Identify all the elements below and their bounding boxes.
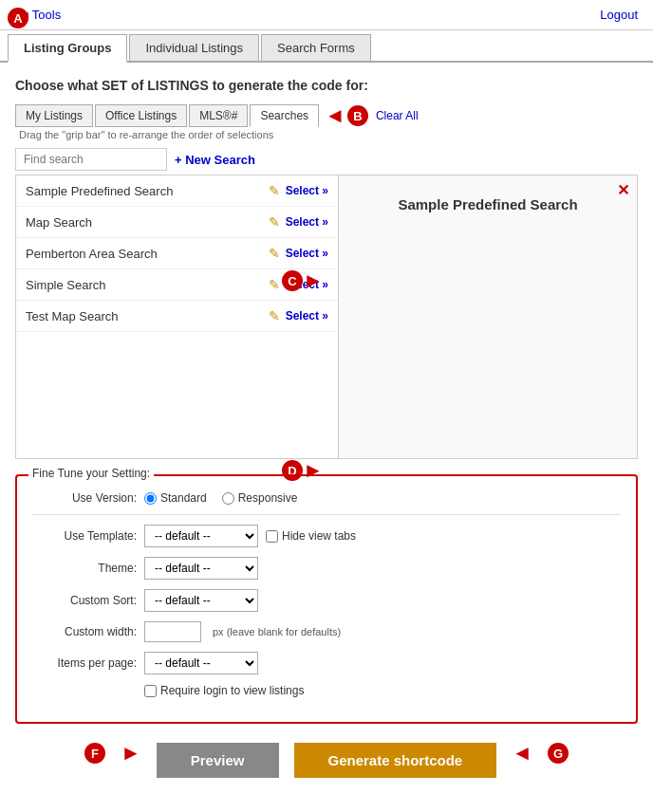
custom-width-label: Custom width:	[32, 625, 137, 638]
list-item: Sample Predefined Search ✎ Select »	[16, 175, 338, 207]
annotation-b-badge: B	[347, 105, 368, 126]
custom-sort-select[interactable]: -- default --	[144, 589, 258, 612]
use-version-row: Use Version: Standard Responsive	[32, 491, 621, 505]
radio-responsive-label: Responsive	[238, 491, 298, 505]
custom-sort-label: Custom Sort:	[32, 594, 137, 607]
version-radio-group: Standard Responsive	[144, 491, 297, 505]
annotation-f-badge: F	[84, 743, 105, 764]
annotation-g-arrow: ◄	[512, 743, 532, 778]
radio-responsive-input[interactable]	[222, 492, 234, 505]
main-content: Choose what SET of LISTINGS to generate …	[0, 63, 653, 793]
tab-listing-groups[interactable]: Listing Groups	[8, 34, 127, 63]
pencil-icon-4[interactable]: ✎	[269, 308, 280, 323]
require-login-label: Require login to view listings	[160, 684, 304, 697]
theme-row: Theme: -- default --	[32, 557, 621, 580]
tab-search-forms[interactable]: Search Forms	[261, 34, 371, 61]
item-name-4: Test Map Search	[26, 309, 119, 323]
annotation-g-badge: G	[548, 743, 569, 764]
item-name-3: Simple Search	[26, 278, 106, 292]
bottom-buttons: F ◄ Preview Generate shortcode ◄ G	[15, 743, 638, 778]
preview-panel-title: Sample Predefined Search	[350, 196, 625, 212]
item-name-1: Map Search	[26, 215, 92, 230]
pencil-icon-3[interactable]: ✎	[269, 277, 280, 292]
annotation-b-arrow: ◄	[325, 105, 345, 126]
tab-individual-listings[interactable]: Individual Listings	[129, 34, 259, 61]
use-template-row: Use Template: -- default -- Hide view ta…	[32, 525, 621, 547]
pencil-icon-1[interactable]: ✎	[269, 214, 280, 230]
preview-panel: ✕ Sample Predefined Search C ◄ D ◄	[339, 175, 637, 458]
list-item: Map Search ✎ Select »	[16, 207, 338, 238]
select-link-2[interactable]: Select »	[286, 247, 328, 260]
custom-width-row: Custom width: px (leave blank for defaul…	[32, 621, 621, 642]
list-item: Test Map Search ✎ Select »	[16, 301, 338, 332]
search-input[interactable]	[15, 148, 167, 171]
hide-view-tabs-checkbox[interactable]	[266, 530, 278, 543]
fine-tune-box: Fine Tune your Setting: Use Version: Sta…	[15, 474, 638, 724]
custom-sort-row: Custom Sort: -- default --	[32, 589, 621, 612]
select-link-4[interactable]: Select »	[286, 309, 328, 323]
use-version-label: Use Version:	[32, 491, 137, 505]
filter-tab-searches[interactable]: Searches	[250, 104, 319, 127]
theme-label: Theme:	[32, 562, 137, 575]
drag-hint: Drag the "grip bar" to re-arrange the or…	[19, 129, 273, 140]
select-link-0[interactable]: Select »	[286, 184, 328, 197]
lists-container: Sample Predefined Search ✎ Select » Map …	[15, 175, 638, 459]
theme-select[interactable]: -- default --	[144, 557, 258, 580]
use-template-label: Use Template:	[32, 529, 137, 543]
radio-standard-label: Standard	[160, 491, 207, 505]
filter-tab-mls[interactable]: MLS®#	[189, 104, 248, 127]
pencil-icon-2[interactable]: ✎	[269, 246, 280, 261]
generate-shortcode-button[interactable]: Generate shortcode	[294, 743, 497, 778]
radio-responsive[interactable]: Responsive	[222, 491, 298, 505]
custom-width-input[interactable]	[144, 621, 201, 642]
filter-tabs: My Listings Office Listings MLS®# Search…	[15, 104, 638, 140]
item-name-0: Sample Predefined Search	[26, 184, 173, 198]
require-login-option[interactable]: Require login to view listings	[144, 684, 304, 697]
require-login-checkbox[interactable]	[144, 685, 157, 697]
hide-view-tabs-label: Hide view tabs	[282, 529, 356, 543]
fine-tune-legend: Fine Tune your Setting:	[28, 467, 154, 480]
close-panel-button[interactable]: ✕	[617, 181, 629, 199]
preview-button[interactable]: Preview	[157, 743, 279, 778]
select-link-1[interactable]: Select »	[286, 215, 328, 229]
radio-standard-input[interactable]	[144, 492, 157, 505]
filter-tab-my-listings[interactable]: My Listings	[15, 104, 93, 127]
clear-all-link[interactable]: Clear All	[376, 109, 419, 122]
annotation-f-arrow: ◄	[121, 743, 141, 778]
list-item: Pemberton Area Search ✎ Select »	[16, 238, 338, 269]
search-list: Sample Predefined Search ✎ Select » Map …	[16, 175, 339, 458]
item-name-2: Pemberton Area Search	[26, 247, 158, 261]
section-title: Choose what SET of LISTINGS to generate …	[15, 78, 638, 93]
tabs-row: Listing Groups Individual Listings Searc…	[0, 34, 653, 63]
custom-width-hint: px (leave blank for defaults)	[213, 626, 341, 637]
template-select[interactable]: -- default --	[144, 525, 258, 547]
annotation-c: C ◄	[282, 270, 324, 291]
new-search-link[interactable]: + New Search	[175, 153, 255, 167]
require-login-row: Require login to view listings	[32, 684, 621, 697]
items-per-page-row: Items per page: -- default --	[32, 652, 621, 674]
items-per-page-label: Items per page:	[32, 656, 137, 670]
radio-standard[interactable]: Standard	[144, 491, 207, 505]
items-per-page-select[interactable]: -- default --	[144, 652, 258, 674]
logout-link[interactable]: Logout	[600, 8, 638, 22]
top-bar: ng Tools Logout	[0, 0, 653, 30]
hide-view-tabs-option[interactable]: Hide view tabs	[266, 529, 356, 543]
filter-tab-office-listings[interactable]: Office Listings	[95, 104, 187, 127]
search-row: + New Search	[15, 148, 638, 171]
pencil-icon-0[interactable]: ✎	[269, 183, 280, 198]
